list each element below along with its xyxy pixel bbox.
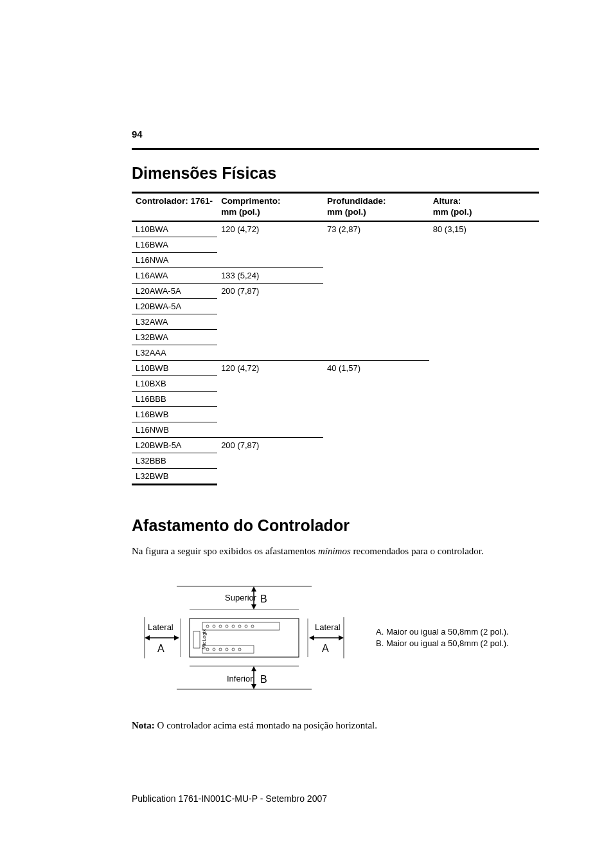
th-profundidade: Profundidade: mm (pol.) [323, 193, 429, 221]
svg-point-19 [226, 648, 228, 651]
note: Nota: O controlador acima está montado n… [132, 720, 539, 731]
table-header-row: Controlador: 1761- Comprimento: mm (pol.… [132, 193, 539, 221]
th-alt-l1: Altura: [433, 196, 461, 206]
svg-marker-23 [251, 586, 256, 592]
th-comprimento: Comprimento: mm (pol.) [217, 193, 323, 221]
svg-point-13 [251, 625, 254, 628]
body-seg-italic: mínimos [318, 546, 351, 556]
legend-b: B. Maior ou igual a 50,8mm (2 pol.). [376, 638, 509, 649]
spacing-diagram: MicLogix Superior B [132, 574, 357, 702]
cell-ctrl: L10BWA [132, 221, 217, 237]
cell-ctrl: L10BWB [132, 360, 217, 375]
heading-dimensoes: Dimensões Físicas [132, 164, 539, 183]
cell-ctrl: L20BWA-5A [132, 298, 217, 314]
cell-alt: 80 (3,15) [429, 221, 539, 485]
cell-comp: 120 (4,72) [217, 360, 323, 437]
th-comp-l1: Comprimento: [221, 196, 280, 206]
svg-marker-28 [251, 684, 256, 689]
th-prof-l2: mm (pol.) [327, 207, 366, 217]
svg-point-20 [232, 648, 235, 651]
cell-ctrl: L32BWB [132, 468, 217, 484]
label-a-right: A [322, 643, 329, 654]
cell-ctrl: L10BXB [132, 375, 217, 391]
svg-point-10 [232, 625, 235, 628]
cell-prof: 40 (1,57) [323, 360, 429, 484]
svg-marker-36 [339, 635, 344, 640]
publication-footer: Publication 1761-IN001C-MU-P - Setembro … [132, 793, 327, 804]
svg-marker-24 [251, 604, 256, 610]
label-b-top: B [260, 593, 267, 604]
body-paragraph: Na figura a seguir spo exibidos os afast… [132, 544, 539, 559]
cell-ctrl: L16BWA [132, 237, 217, 252]
cell-ctrl: L32AWA [132, 314, 217, 329]
cell-ctrl: L32AAA [132, 345, 217, 360]
body-seg-a: Na figura a seguir spo exibidos os afast… [132, 546, 318, 556]
note-label: Nota: [132, 720, 155, 730]
note-text: O controlador acima está montado na posi… [155, 720, 377, 730]
svg-marker-27 [251, 666, 256, 671]
svg-point-21 [238, 648, 241, 651]
page-number: 94 [132, 129, 143, 140]
cell-ctrl: L20BWB-5A [132, 437, 217, 453]
cell-ctrl: L16BBB [132, 391, 217, 406]
label-a-left: A [157, 643, 164, 654]
cell-comp: 200 (7,87) [217, 283, 323, 360]
cell-comp: 200 (7,87) [217, 437, 323, 484]
cell-ctrl: L16NWB [132, 422, 217, 437]
cell-comp: 133 (5,24) [217, 267, 323, 283]
table-row: L10BWA 120 (4,72) 73 (2,87) 80 (3,15) [132, 221, 539, 237]
svg-marker-31 [145, 635, 150, 640]
th-prof-l1: Profundidade: [327, 196, 386, 206]
cell-ctrl: L32BWA [132, 329, 217, 345]
cell-ctrl: L16BWB [132, 406, 217, 422]
label-lateral-left: Lateral [148, 622, 173, 632]
label-lateral-right: Lateral [315, 622, 341, 632]
top-rule [132, 148, 539, 150]
svg-point-12 [245, 625, 247, 628]
body-seg-c: recomendados para o controlador. [351, 546, 484, 556]
th-controlador: Controlador: 1761- [132, 193, 217, 221]
svg-point-8 [219, 625, 222, 628]
cell-ctrl: L16NWA [132, 252, 217, 267]
svg-rect-14 [193, 631, 200, 648]
svg-point-6 [206, 625, 209, 628]
cell-comp: 120 (4,72) [217, 221, 323, 268]
svg-point-11 [238, 625, 241, 628]
heading-afastamento: Afastamento do Controlador [132, 516, 539, 535]
th-altura: Altura: mm (pol.) [429, 193, 539, 221]
label-b-bottom: B [260, 674, 267, 685]
svg-point-9 [226, 625, 228, 628]
svg-marker-35 [309, 635, 314, 640]
th-alt-l2: mm (pol.) [433, 207, 472, 217]
figure-legend: A. Maior ou igual a 50,8mm (2 pol.). B. … [376, 626, 509, 649]
cell-prof: 73 (2,87) [323, 221, 429, 361]
svg-point-17 [213, 648, 215, 651]
cell-ctrl: L20AWA-5A [132, 283, 217, 298]
th-comp-l2: mm (pol.) [221, 207, 260, 217]
cell-ctrl: L16AWA [132, 267, 217, 283]
diagram-label-micrologix: MicLogix [201, 629, 207, 650]
svg-marker-32 [174, 635, 179, 640]
legend-a: A. Maior ou igual a 50,8mm (2 pol.). [376, 626, 509, 638]
label-inferior: Inferior [227, 674, 253, 683]
dimensions-table: Controlador: 1761- Comprimento: mm (pol.… [132, 192, 539, 485]
figure-wrapper: MicLogix Superior B [132, 574, 539, 702]
cell-ctrl: L32BBB [132, 453, 217, 468]
svg-point-18 [219, 648, 222, 651]
svg-point-7 [213, 625, 215, 628]
label-superior: Superior [225, 593, 257, 602]
